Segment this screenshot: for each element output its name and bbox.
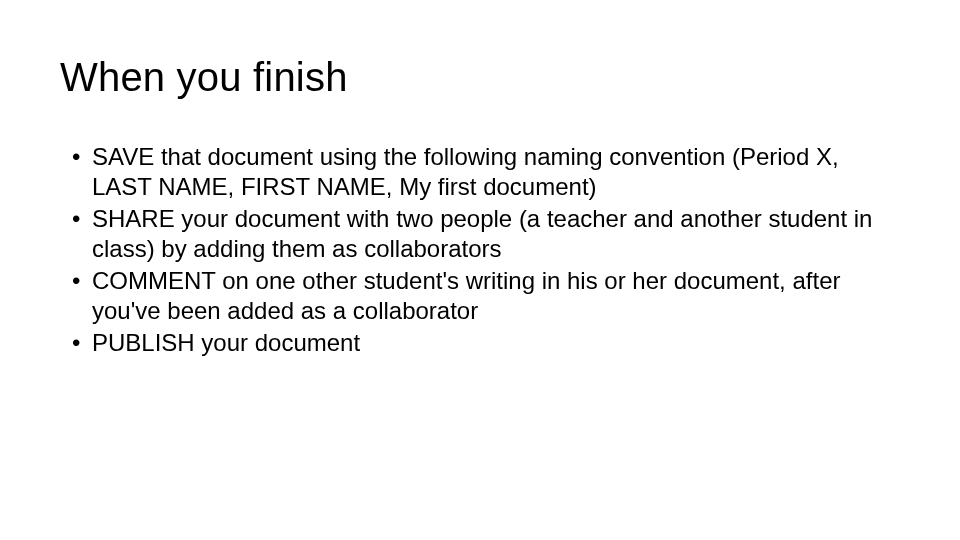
list-item: PUBLISH your document (72, 328, 900, 358)
bullet-list: SAVE that document using the following n… (60, 142, 900, 358)
list-item: SAVE that document using the following n… (72, 142, 900, 202)
list-item: SHARE your document with two people (a t… (72, 204, 900, 264)
slide-title: When you finish (60, 55, 900, 100)
list-item: COMMENT on one other student's writing i… (72, 266, 900, 326)
